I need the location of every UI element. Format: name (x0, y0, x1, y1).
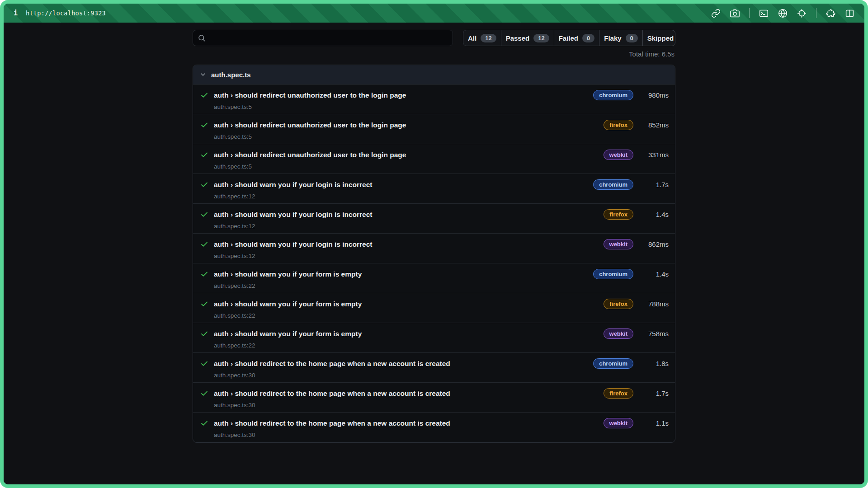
link-icon[interactable] (711, 9, 721, 18)
chevron-down-icon (199, 71, 207, 78)
browser-badge[interactable]: chromium (593, 269, 633, 279)
test-row[interactable]: auth › should warn you if your login is … (193, 204, 675, 234)
test-row[interactable]: auth › should warn you if your form is e… (193, 263, 675, 293)
browser-badge[interactable]: chromium (593, 179, 633, 190)
toolbar-separator (816, 8, 816, 18)
filter-tab-count-badge: 12 (533, 34, 549, 42)
browser-badge[interactable]: webkit (604, 239, 633, 249)
test-duration: 1.4s (633, 270, 669, 278)
address-url: http://localhost:9323 (26, 9, 106, 17)
test-title: auth › should redirect unauthorized user… (214, 91, 406, 99)
passed-check-icon (200, 91, 208, 99)
test-row[interactable]: auth › should redirect to the home page … (193, 383, 675, 413)
filter-tab-count-badge: 0 (626, 34, 638, 42)
test-title: auth › should redirect to the home page … (214, 389, 450, 398)
test-title: auth › should warn you if your login is … (214, 240, 373, 249)
test-location: auth.spec.ts:5 (214, 163, 669, 170)
test-rows-container: auth › should redirect unauthorized user… (193, 84, 675, 442)
passed-check-icon (200, 211, 208, 219)
filter-tab-failed[interactable]: Failed 0 (554, 30, 600, 46)
titlebar-toolbar (711, 8, 854, 18)
crosshair-icon[interactable] (797, 9, 807, 18)
test-row[interactable]: auth › should redirect unauthorized user… (193, 84, 675, 114)
browser-badge[interactable]: chromium (593, 358, 633, 369)
test-location: auth.spec.ts:30 (214, 432, 669, 438)
titlebar: i http://localhost:9323 (4, 4, 864, 23)
test-row[interactable]: auth › should redirect unauthorized user… (193, 114, 675, 144)
test-title: auth › should warn you if your form is e… (214, 330, 362, 338)
browser-badge[interactable]: chromium (593, 90, 633, 100)
app-window: i http://localhost:9323 (0, 0, 868, 488)
test-row[interactable]: auth › should warn you if your form is e… (193, 323, 675, 353)
total-time-label: Total time: 6.5s (193, 50, 675, 58)
puzzle-icon[interactable] (826, 9, 835, 18)
passed-check-icon (200, 300, 208, 308)
filter-tab-label: All (468, 34, 476, 42)
titlebar-url-area: i http://localhost:9323 (14, 9, 106, 17)
search-input[interactable] (209, 34, 448, 42)
camera-icon[interactable] (730, 9, 740, 18)
filter-tab-label: Skipped (647, 34, 674, 42)
search-box[interactable] (193, 30, 453, 46)
test-location: auth.spec.ts:22 (214, 312, 669, 319)
passed-check-icon (200, 419, 208, 427)
test-title: auth › should warn you if your login is … (214, 181, 373, 189)
filter-tab-label: Failed (559, 34, 578, 42)
passed-check-icon (200, 240, 208, 249)
browser-badge[interactable]: webkit (604, 150, 633, 160)
browser-badge[interactable]: firefox (604, 299, 633, 309)
file-group-header[interactable]: auth.spec.ts (193, 65, 675, 84)
toolbar-separator (749, 8, 750, 18)
test-location: auth.spec.ts:5 (214, 103, 669, 110)
test-location: auth.spec.ts:12 (214, 193, 669, 200)
test-title: auth › should redirect unauthorized user… (214, 151, 406, 159)
test-location: auth.spec.ts:30 (214, 402, 669, 408)
test-title: auth › should redirect to the home page … (214, 419, 450, 427)
passed-check-icon (200, 151, 208, 159)
test-duration: 788ms (633, 300, 669, 308)
test-list: auth.spec.ts auth › should redirect unau… (193, 65, 675, 443)
filter-tab-count-badge: 0 (582, 34, 594, 42)
browser-badge[interactable]: webkit (604, 328, 633, 339)
filter-tab-label: Flaky (604, 34, 621, 42)
columns-icon[interactable] (845, 9, 854, 18)
file-name: auth.spec.ts (211, 71, 251, 79)
test-row[interactable]: auth › should redirect to the home page … (193, 413, 675, 442)
test-location: auth.spec.ts:22 (214, 342, 669, 349)
info-icon: i (14, 9, 18, 17)
filter-tab-count-badge: 12 (481, 34, 496, 42)
test-duration: 1.8s (633, 360, 669, 367)
filter-tab-passed[interactable]: Passed 12 (501, 30, 554, 46)
test-duration: 758ms (633, 330, 669, 338)
filter-tab-flaky[interactable]: Flaky 0 (599, 30, 643, 46)
test-duration: 980ms (633, 91, 669, 99)
test-duration: 1.4s (633, 211, 669, 218)
test-row[interactable]: auth › should warn you if your login is … (193, 234, 675, 263)
passed-check-icon (200, 330, 208, 338)
browser-badge[interactable]: firefox (604, 388, 633, 399)
test-row[interactable]: auth › should warn you if your login is … (193, 174, 675, 204)
test-location: auth.spec.ts:5 (214, 133, 669, 140)
controls-row: All 12 Passed 12 Failed 0 Flaky 0 Skippe… (193, 30, 675, 46)
test-duration: 852ms (633, 121, 669, 129)
test-duration: 1.1s (633, 419, 669, 427)
test-title: auth › should warn you if your form is e… (214, 300, 362, 308)
passed-check-icon (200, 121, 208, 129)
test-row[interactable]: auth › should warn you if your form is e… (193, 293, 675, 323)
test-row[interactable]: auth › should redirect unauthorized user… (193, 144, 675, 174)
terminal-icon[interactable] (759, 9, 769, 18)
filter-tab-skipped[interactable]: Skipped 0 (643, 30, 675, 46)
browser-badge[interactable]: webkit (604, 418, 633, 428)
passed-check-icon (200, 181, 208, 189)
passed-check-icon (200, 389, 208, 398)
passed-check-icon (200, 270, 208, 278)
test-duration: 862ms (633, 240, 669, 248)
browser-badge[interactable]: firefox (604, 120, 633, 130)
browser-badge[interactable]: firefox (604, 209, 633, 220)
test-row[interactable]: auth › should redirect to the home page … (193, 353, 675, 383)
search-icon (198, 34, 206, 42)
globe-icon[interactable] (778, 9, 788, 18)
test-location: auth.spec.ts:12 (214, 223, 669, 230)
test-duration: 1.7s (633, 181, 669, 188)
filter-tab-all[interactable]: All 12 (463, 30, 501, 46)
